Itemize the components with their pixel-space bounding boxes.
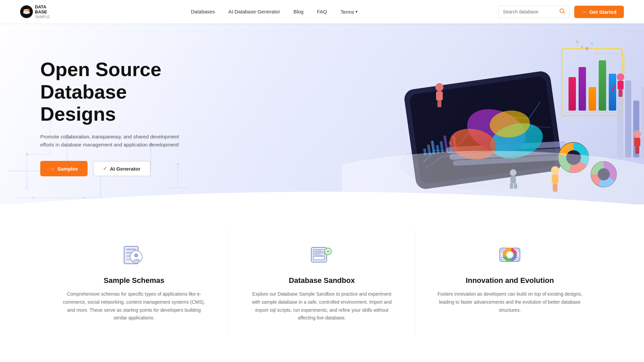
feature-title-1: Sample Schemas (104, 276, 164, 285)
svg-line-2 (564, 12, 565, 13)
svg-point-63 (617, 73, 624, 81)
ai-generator-button[interactable]: ✓ AI Generator (93, 161, 151, 176)
svg-rect-56 (617, 90, 623, 158)
svg-rect-59 (641, 87, 644, 158)
nav-link-ai-generator[interactable]: AI Database Generator (228, 9, 280, 14)
svg-rect-86 (126, 249, 136, 250)
search-bar[interactable] (498, 6, 570, 18)
chevron-down-icon: ▾ (356, 9, 358, 14)
svg-point-67 (634, 130, 641, 138)
svg-point-103 (507, 252, 513, 257)
checkmark-icon: ✓ (103, 166, 107, 172)
svg-rect-61 (436, 91, 443, 101)
navbar: DATA BASE SAMPLE Databases AI Database G… (0, 0, 644, 23)
feature-desc-3: Fosters innovation as developers can bui… (436, 290, 584, 314)
svg-point-91 (134, 253, 138, 257)
innovation-icon (496, 241, 523, 268)
svg-point-104 (501, 249, 504, 252)
svg-point-79 (585, 47, 589, 50)
nav-link-terms[interactable]: Terms ▾ (340, 9, 358, 15)
hero-buttons: → Samples ✓ AI Generator (40, 161, 188, 176)
feature-desc-2: Explore our Database Sample Sandbox to p… (248, 290, 395, 322)
hero-title: Open Source Database Designs (40, 58, 188, 125)
nav-right: → Get Started (498, 6, 624, 18)
svg-rect-66 (619, 89, 623, 97)
database-sandbox-icon (309, 241, 335, 268)
sample-schemas-icon (121, 241, 148, 268)
hero-arc (0, 178, 644, 204)
hero-section: Open Source Database Designs Promote col… (0, 23, 644, 204)
svg-rect-69 (635, 146, 639, 154)
feature-title-3: Innovation and Evolution (466, 276, 554, 285)
svg-point-0 (28, 9, 30, 11)
feature-card-innovation: Innovation and Evolution Fosters innovat… (416, 228, 604, 336)
nav-link-databases[interactable]: Databases (191, 9, 215, 14)
nav-item-ai-generator[interactable]: AI Database Generator (228, 9, 280, 15)
hero-illustration (342, 23, 644, 204)
svg-point-81 (596, 49, 598, 51)
logo[interactable]: DATA BASE SAMPLE (20, 4, 50, 19)
nav-item-databases[interactable]: Databases (191, 9, 215, 15)
feature-card-sandbox: Database Sandbox Explore our Database Sa… (228, 228, 416, 336)
hero-subtitle: Promote collaboration, transparency, and… (40, 133, 188, 149)
nav-links: Databases AI Database Generator Blog FAQ… (191, 9, 358, 15)
svg-point-60 (435, 83, 443, 91)
search-button[interactable] (559, 8, 565, 16)
svg-rect-47 (579, 67, 586, 111)
svg-rect-50 (609, 74, 616, 111)
svg-point-107 (516, 257, 519, 260)
arrow-icon: → (50, 166, 55, 172)
samples-button[interactable]: → Samples (40, 161, 88, 176)
arrow-right-icon: → (582, 9, 587, 15)
svg-rect-64 (618, 81, 624, 89)
nav-link-faq[interactable]: FAQ (317, 9, 327, 14)
logo-icon (20, 5, 33, 18)
svg-point-106 (501, 257, 504, 260)
features-section: Sample Schemas Comprehensive schemas for… (0, 204, 644, 362)
svg-point-105 (516, 249, 519, 252)
hero-content: Open Source Database Designs Promote col… (0, 32, 208, 196)
nav-item-faq[interactable]: FAQ (317, 9, 327, 15)
feature-card-sample-schemas: Sample Schemas Comprehensive schemas for… (40, 228, 228, 336)
get-started-button[interactable]: → Get Started (574, 6, 624, 18)
svg-rect-48 (589, 87, 596, 111)
nav-link-blog[interactable]: Blog (293, 9, 304, 14)
svg-point-83 (581, 46, 583, 48)
svg-rect-62 (437, 101, 441, 107)
svg-rect-57 (625, 80, 631, 158)
nav-item-terms[interactable]: Terms ▾ (340, 9, 358, 15)
nav-item-blog[interactable]: Blog (293, 9, 304, 15)
svg-point-80 (591, 42, 593, 45)
svg-rect-49 (599, 60, 606, 111)
svg-rect-95 (313, 256, 325, 260)
logo-text: DATA BASE SAMPLE (35, 4, 50, 19)
feature-desc-1: Comprehensive schemas for specific types… (60, 290, 208, 322)
search-input[interactable] (503, 9, 556, 14)
feature-title-2: Database Sandbox (289, 276, 355, 285)
svg-rect-46 (569, 77, 576, 111)
svg-rect-68 (634, 138, 640, 146)
svg-point-82 (576, 41, 578, 43)
